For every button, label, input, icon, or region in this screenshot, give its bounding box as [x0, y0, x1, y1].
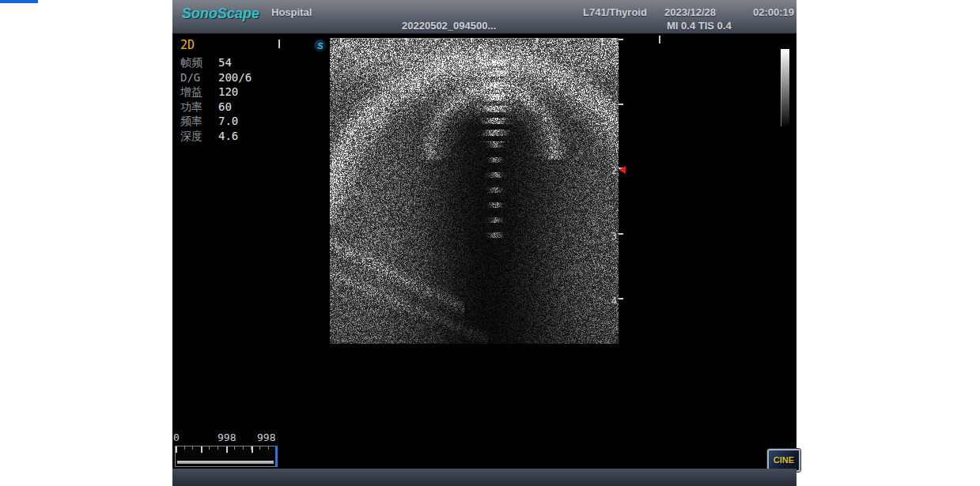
exam-id: 20220502_094500...: [402, 20, 496, 32]
imaging-parameters-panel: 2D 帧频54 D/G200/6 增益120 功率60 频率7.0 深度4.6: [180, 38, 252, 144]
param-depth: 深度4.6: [180, 129, 252, 144]
cine-start-frame: 0: [173, 431, 180, 443]
cine-track[interactable]: [175, 446, 278, 467]
ultrasound-image: [330, 38, 619, 344]
orientation-tick-icon: [278, 40, 280, 48]
mode-label: 2D: [180, 38, 252, 52]
cine-progress-bar: [177, 461, 274, 464]
cine-ruler-ticks: [176, 446, 277, 453]
param-dg: D/G200/6: [180, 70, 252, 85]
bottom-taskbar: ×: [172, 469, 796, 486]
cine-current-frame: 998: [218, 431, 236, 443]
param-frequency: 频率7.0: [180, 114, 252, 129]
system-time: 02:00:19: [753, 6, 794, 18]
hospital-name: Hospital: [271, 6, 312, 18]
center-marker-tick-icon: [659, 36, 660, 43]
mi-tis-values: MI 0.4 TIS 0.4: [667, 20, 732, 32]
depth-tick-1: 1: [603, 102, 623, 113]
window-selection-strip: [0, 0, 38, 3]
sonoscape-logo: SonoScape: [182, 6, 259, 22]
depth-tick-4: 4: [603, 296, 623, 307]
desktop: SonoScape Hospital L741/Thyroid 2023/12/…: [0, 0, 980, 486]
param-gain: 增益120: [180, 85, 252, 100]
system-date: 2023/12/28: [664, 6, 716, 18]
cine-scrubber[interactable]: 0 998 998: [173, 431, 284, 468]
ultrasound-app-window: SonoScape Hospital L741/Thyroid 2023/12/…: [172, 0, 796, 486]
cine-total-frames: 998: [257, 431, 275, 443]
param-frame-rate: 帧频54: [180, 55, 252, 70]
depth-tick-3: 3: [603, 232, 623, 243]
probe-preset: L741/Thyroid: [583, 6, 647, 18]
s-badge-icon: S: [314, 40, 327, 52]
grayscale-bar: [781, 49, 789, 126]
param-power: 功率60: [180, 100, 252, 115]
focus-arrow-icon[interactable]: [619, 166, 626, 174]
cine-position-handle[interactable]: [275, 446, 278, 467]
top-status-bar: SonoScape Hospital L741/Thyroid 2023/12/…: [172, 0, 796, 34]
depth-tick-0: 0: [603, 37, 623, 48]
